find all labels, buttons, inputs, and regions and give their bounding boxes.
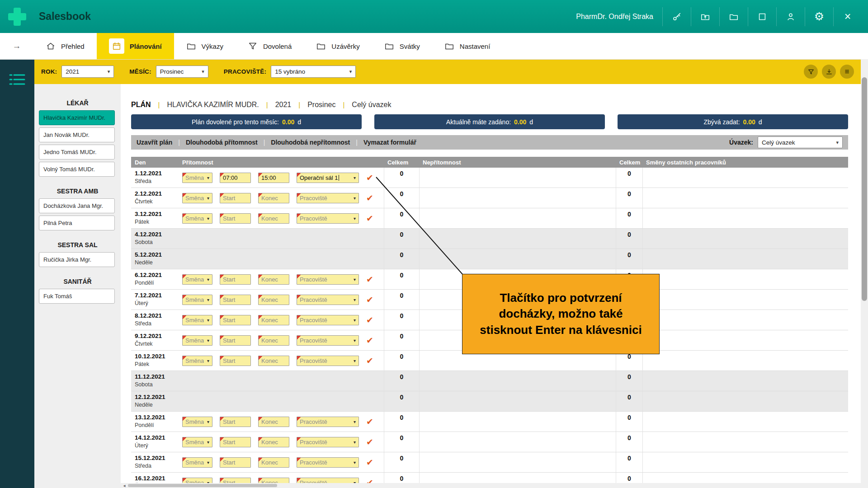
start-time-input[interactable] xyxy=(220,457,251,468)
scroll-left-arrow-icon[interactable]: ◂ xyxy=(121,483,128,488)
longterm-absence-button[interactable]: Dlouhodobá nepřítomnost xyxy=(271,139,350,146)
sidebar-employee-item[interactable]: Pilná Petra xyxy=(39,216,115,230)
sidebar-employee-item[interactable]: Hlavička Kazimír MUDr. xyxy=(39,110,115,125)
workplace-row-select[interactable]: Pracoviště ▾ xyxy=(297,193,359,203)
menu-button[interactable]: ≡ xyxy=(840,65,854,79)
start-time-input[interactable] xyxy=(220,274,251,285)
clear-form-button[interactable]: Vymazat formulář xyxy=(363,139,416,146)
horizontal-scrollbar-thumb[interactable] xyxy=(128,484,277,487)
checklist-menu-icon[interactable] xyxy=(8,72,26,87)
confirm-attendance-button[interactable]: ✔ xyxy=(366,194,373,202)
collapse-arrow-icon[interactable]: → xyxy=(0,33,33,59)
end-time-input[interactable] xyxy=(258,295,289,305)
confirm-attendance-button[interactable]: ✔ xyxy=(366,418,373,426)
gear-icon[interactable]: ⚙ xyxy=(805,7,833,26)
sidebar-employee-item[interactable]: Ručička Jirka Mgr. xyxy=(39,252,115,267)
shift-select[interactable]: Směna ▾ xyxy=(182,213,212,224)
shift-select[interactable]: Směna ▾ xyxy=(182,335,212,346)
start-time-input[interactable] xyxy=(220,295,251,305)
end-time-input[interactable] xyxy=(258,335,289,346)
workplace-row-select[interactable]: Pracoviště ▾ xyxy=(297,213,359,224)
user-icon[interactable] xyxy=(776,7,805,26)
tab-planovani[interactable]: Plánování xyxy=(97,33,174,59)
sidebar-employee-item[interactable]: Volný Tomáš MUDr. xyxy=(39,162,115,177)
shift-select[interactable]: Směna ▾ xyxy=(182,274,212,285)
tab-uzaverky[interactable]: Uzávěrky xyxy=(304,33,372,59)
shift-select[interactable]: Směna ▾ xyxy=(182,478,212,483)
confirm-attendance-button[interactable]: ✔ xyxy=(366,275,373,284)
longterm-presence-button[interactable]: Dlouhodobá přítomnost xyxy=(186,139,258,146)
start-time-input[interactable] xyxy=(220,173,251,183)
shift-select[interactable]: Směna ▾ xyxy=(182,457,212,468)
workplace-row-select[interactable]: Pracoviště ▾ xyxy=(297,457,359,468)
start-time-input[interactable] xyxy=(220,478,251,483)
start-time-input[interactable] xyxy=(220,213,251,224)
tab-svatky[interactable]: Svátky xyxy=(372,33,432,59)
workplace-row-select[interactable]: Pracoviště ▾ xyxy=(297,315,359,325)
shift-select[interactable]: Směna ▾ xyxy=(182,315,212,325)
filter-funnel-button[interactable] xyxy=(804,65,818,79)
workplace-row-select[interactable]: Pracoviště ▾ xyxy=(297,437,359,447)
confirm-attendance-button[interactable]: ✔ xyxy=(366,214,373,223)
end-time-input[interactable] xyxy=(258,315,289,325)
shift-select[interactable]: Směna ▾ xyxy=(182,417,212,427)
start-time-input[interactable] xyxy=(220,417,251,427)
confirm-attendance-button[interactable]: ✔ xyxy=(366,174,373,182)
confirm-attendance-button[interactable]: ✔ xyxy=(366,336,373,345)
window-icon[interactable] xyxy=(748,7,776,26)
key-icon[interactable] xyxy=(662,7,691,26)
shift-select[interactable]: Směna ▾ xyxy=(182,173,212,183)
end-time-input[interactable] xyxy=(258,437,289,447)
workplace-row-select[interactable]: Pracoviště ▾ xyxy=(297,295,359,305)
sidebar-employee-item[interactable]: Jedno Tomáš MUDr. xyxy=(39,145,115,160)
close-plan-button[interactable]: Uzavřít plán xyxy=(137,139,172,146)
confirm-attendance-button[interactable]: ✔ xyxy=(366,479,373,483)
year-select[interactable]: 2021 ▾ xyxy=(61,66,114,78)
horizontal-scrollbar[interactable]: ◂ xyxy=(121,483,861,488)
shift-select[interactable]: Směna ▾ xyxy=(182,356,212,366)
start-time-input[interactable] xyxy=(220,315,251,325)
contract-select[interactable]: Celý úvazek ▾ xyxy=(758,136,843,148)
end-time-input[interactable] xyxy=(258,213,289,224)
tab-vykazy[interactable]: Výkazy xyxy=(174,33,236,59)
end-time-input[interactable] xyxy=(258,417,289,427)
shift-select[interactable]: Směna ▾ xyxy=(182,193,212,203)
end-time-input[interactable] xyxy=(258,173,289,183)
end-time-input[interactable] xyxy=(258,274,289,285)
close-icon[interactable]: × xyxy=(833,7,862,26)
end-time-input[interactable] xyxy=(258,356,289,366)
workplace-row-select[interactable]: Pracoviště ▾ xyxy=(297,335,359,346)
confirm-attendance-button[interactable]: ✔ xyxy=(366,316,373,324)
confirm-attendance-button[interactable]: ✔ xyxy=(366,296,373,304)
workplace-select[interactable]: 15 vybráno ▾ xyxy=(271,66,356,78)
workplace-row-select[interactable]: Operační sál 1 ▾ xyxy=(297,173,359,183)
shift-select[interactable]: Směna ▾ xyxy=(182,437,212,447)
tab-prehled[interactable]: Přehled xyxy=(33,33,97,59)
start-time-input[interactable] xyxy=(220,437,251,447)
sidebar-employee-item[interactable]: Jan Novák MUDr. xyxy=(39,127,115,142)
workplace-row-select[interactable]: Pracoviště ▾ xyxy=(297,478,359,483)
tab-nastaveni[interactable]: Nastavení xyxy=(432,33,503,59)
start-time-input[interactable] xyxy=(220,335,251,346)
confirm-attendance-button[interactable]: ✔ xyxy=(366,357,373,365)
sidebar-employee-item[interactable]: Fuk Tomáš xyxy=(39,289,115,304)
start-time-input[interactable] xyxy=(220,356,251,366)
end-time-input[interactable] xyxy=(258,478,289,483)
start-time-input[interactable] xyxy=(220,193,251,203)
end-time-input[interactable] xyxy=(258,193,289,203)
tab-dovolena[interactable]: Dovolená xyxy=(236,33,304,59)
workplace-row-select[interactable]: Pracoviště ▾ xyxy=(297,274,359,285)
vertical-scrollbar-thumb[interactable] xyxy=(862,77,867,301)
confirm-attendance-button[interactable]: ✔ xyxy=(366,438,373,446)
end-time-input[interactable] xyxy=(258,457,289,468)
folder-icon[interactable] xyxy=(719,7,748,26)
folder-upload-icon[interactable] xyxy=(691,7,719,26)
workplace-row-select[interactable]: Pracoviště ▾ xyxy=(297,417,359,427)
month-select[interactable]: Prosinec ▾ xyxy=(156,66,208,78)
sidebar-employee-item[interactable]: Docházková Jana Mgr. xyxy=(39,198,115,213)
export-button[interactable] xyxy=(822,65,836,79)
shift-select[interactable]: Směna ▾ xyxy=(182,295,212,305)
vertical-scrollbar[interactable] xyxy=(861,59,868,488)
workplace-row-select[interactable]: Pracoviště ▾ xyxy=(297,356,359,366)
confirm-attendance-button[interactable]: ✔ xyxy=(366,458,373,467)
